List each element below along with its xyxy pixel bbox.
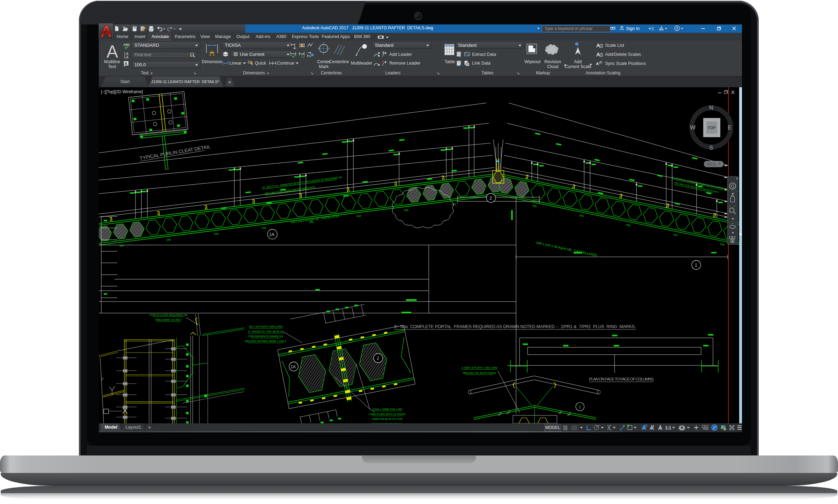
svg-text:E: E — [728, 124, 732, 131]
svg-text:LONG PLATE WITH 12 HOLES: LONG PLATE WITH 12 HOLES — [369, 413, 406, 416]
svg-text:206 x 146 x 43 Kg/m UB CASTE: 206 x 146 x 43 Kg/m UB CASTELLATED — [291, 215, 340, 224]
svg-text:PURLIN CLEAT REQUIRED ON: PURLIN CLEAT REQUIRED ON — [150, 313, 188, 317]
svg-text:WELDED ON BOTH SIDES: WELDED ON BOTH SIDES — [463, 371, 496, 375]
svg-text:1: 1 — [695, 263, 697, 268]
svg-text:WELDED ON RING MARK 1 ONLY.: WELDED ON RING MARK 1 ONLY. — [245, 340, 286, 343]
svg-text:PM: PM — [119, 244, 124, 248]
svg-text:PM: PM — [532, 204, 537, 208]
svg-text:A: A — [106, 42, 118, 60]
svg-text:ABC: ABC — [123, 43, 130, 46]
svg-text:346 x 143 x 40 Kg/m UB CASTE: 346 x 143 x 40 Kg/m UB CASTELLATED — [536, 240, 597, 257]
svg-text:1:1: 1:1 — [665, 425, 671, 430]
svg-text:X: X — [651, 26, 655, 31]
svg-text:S: S — [709, 144, 713, 151]
svg-text:2: 2 — [579, 405, 581, 409]
svg-text:?: ? — [676, 27, 678, 31]
svg-text:9 - Nos COMPLETE PORTAL FRAM: 9 - Nos COMPLETE PORTAL FRAMES REQUIRED … — [394, 324, 636, 329]
svg-text:N: N — [709, 104, 713, 111]
svg-text:TOP: TOP — [707, 126, 716, 130]
svg-text:1A: 1A — [269, 232, 274, 237]
svg-text:FOR 20Ø BOLTS GRADE 8.8: FOR 20Ø BOLTS GRADE 8.8 — [248, 335, 283, 338]
svg-text:PM: PM — [167, 238, 171, 242]
svg-text:PM: PM — [626, 223, 631, 227]
svg-text:WCS: WCS — [706, 162, 716, 166]
svg-text:RING MARK 1A ONLY.: RING MARK 1A ONLY. — [155, 318, 182, 321]
svg-text:2 /20Ø x 8 PLATE x 300 LONG: 2 /20Ø x 8 PLATE x 300 LONG — [461, 366, 498, 369]
svg-text:PLAN ON FACE TO FACE OF COLUMN: PLAN ON FACE TO FACE OF COLUMNS — [589, 377, 654, 381]
svg-text:A: A — [125, 61, 127, 66]
svg-text:Sign In: Sign In — [626, 26, 640, 31]
svg-text:2: 2 — [377, 356, 379, 361]
svg-text:PM: PM — [262, 227, 266, 230]
svg-text:2 Nos x 16MM THK x 460: 2 Nos x 16MM THK x 460 — [372, 408, 402, 411]
svg-text:8 - HOLES 22 - DIA. @ 90 c/c: 8 - HOLES 22 - DIA. @ 90 c/c — [248, 330, 283, 333]
svg-text:PM: PM — [214, 232, 219, 236]
svg-text:PM: PM — [404, 209, 409, 212]
svg-text:PM: PM — [673, 233, 678, 237]
svg-text:A: A — [126, 55, 128, 59]
svg-text:2: 2 — [490, 196, 492, 201]
svg-text:PM: PM — [720, 243, 725, 246]
svg-text:PM: PM — [579, 214, 584, 218]
svg-text:18MM DIA @ 90 C/C FOR: 18MM DIA @ 90 C/C FOR — [372, 417, 403, 421]
svg-text:1A: 1A — [291, 364, 296, 369]
svg-text:[−][Top][2D Wireframe]: [−][Top][2D Wireframe] — [101, 89, 143, 94]
svg-text:162 x 10 PLATE x 600 LONG: 162 x 10 PLATE x 600 LONG — [249, 325, 283, 328]
svg-text:W: W — [690, 124, 696, 131]
svg-text:PM: PM — [451, 203, 456, 206]
svg-text:PM: PM — [356, 215, 361, 218]
